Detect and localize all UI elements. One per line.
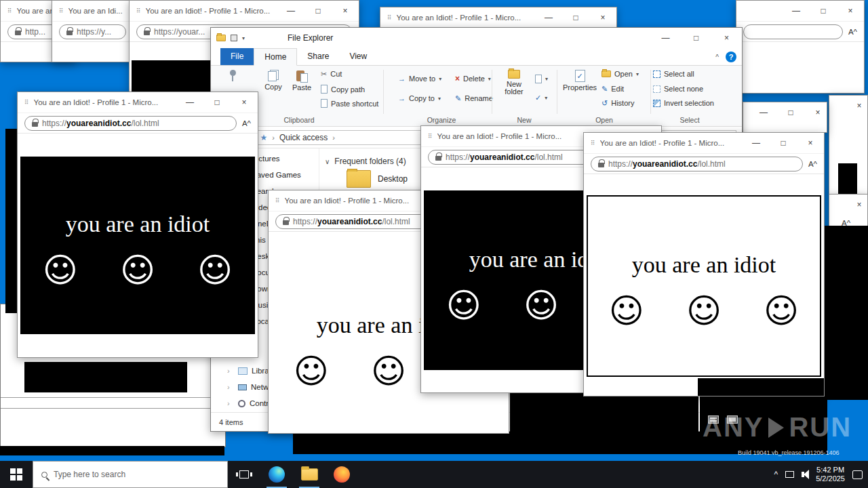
minimize-button[interactable]: — <box>743 133 770 153</box>
close-button[interactable]: × <box>837 1 864 21</box>
new-folder-icon <box>508 70 520 79</box>
rename-button[interactable]: ✎Rename <box>455 94 493 102</box>
minimize-button[interactable]: — <box>783 1 810 21</box>
action-center-icon[interactable] <box>852 470 863 479</box>
history-button[interactable]: ↺History <box>601 99 634 107</box>
chevron-down-icon: ▾ <box>545 95 547 101</box>
explorer-window-icon <box>216 35 226 41</box>
breadcrumb-root[interactable]: Quick access <box>279 133 328 142</box>
close-button[interactable]: × <box>711 28 742 48</box>
window-titlebar[interactable]: ⠿ You are an Idiot! - Profile 1 - Micro.… <box>380 7 616 28</box>
window-titlebar[interactable]: ⠿ You are an Idiot! - Profile 1 - Micro.… <box>18 92 258 113</box>
read-aloud-icon[interactable]: A^ <box>848 28 857 36</box>
new-folder-button[interactable]: New folder <box>498 70 530 96</box>
read-aloud-icon[interactable]: A^ <box>242 119 251 127</box>
qat-properties-icon[interactable] <box>231 35 237 41</box>
page-icon: ⠿ <box>24 99 29 106</box>
select-all-button[interactable]: Select all <box>653 70 694 78</box>
volume-icon[interactable] <box>802 472 804 477</box>
cut-button[interactable]: ✂Cut <box>321 70 342 78</box>
close-button[interactable]: × <box>589 7 616 28</box>
invert-selection-button[interactable]: Invert selection <box>653 99 714 107</box>
firefox-taskbar-button[interactable] <box>326 461 358 488</box>
explorer-titlebar[interactable]: ▾ File Explorer — □ × <box>211 28 742 48</box>
window-titlebar[interactable]: × <box>829 96 867 116</box>
window-titlebar[interactable]: ⠿ You are an Idi... <box>52 1 133 21</box>
window-titlebar[interactable]: × <box>829 195 867 215</box>
tray-expand-icon[interactable]: ^ <box>774 470 778 479</box>
maximize-button[interactable]: □ <box>562 7 589 28</box>
edit-button[interactable]: ✎Edit <box>601 85 624 93</box>
tab-share[interactable]: Share <box>297 48 339 65</box>
maximize-button[interactable]: □ <box>810 1 837 21</box>
taskbar-search[interactable]: Type here to search <box>33 461 228 488</box>
minimize-button[interactable]: — <box>277 1 304 21</box>
help-icon[interactable]: ? <box>726 52 736 62</box>
select-none-button[interactable]: Select none <box>653 85 703 93</box>
close-button[interactable]: × <box>797 133 824 153</box>
minimize-button[interactable]: — <box>650 28 681 48</box>
pin-to-quick-access-button[interactable] <box>220 70 245 81</box>
url-box[interactable]: https://youareanidiot.cc/lol.html <box>24 116 237 131</box>
paste-button[interactable]: Paste <box>288 70 316 92</box>
url-box[interactable] <box>743 24 843 39</box>
task-view-button[interactable] <box>228 461 260 488</box>
network-icon[interactable] <box>785 471 794 478</box>
copy-to-button[interactable]: →Copy to▾ <box>398 94 441 102</box>
window-titlebar[interactable]: — □ × <box>743 102 827 123</box>
window-edge <box>1 408 225 409</box>
url-box[interactable]: https://youareanidiot.cc/lol.html <box>591 157 803 171</box>
close-button[interactable]: × <box>804 102 827 123</box>
properties-button[interactable]: ✓Properties <box>562 70 597 92</box>
close-button[interactable]: × <box>231 92 258 113</box>
close-button[interactable]: × <box>851 195 867 215</box>
tab-home[interactable]: Home <box>254 48 297 66</box>
smiley-icon: ☺ <box>371 354 406 388</box>
idiot-text: you are an idiot <box>632 252 776 278</box>
new-item-button[interactable]: ▾ <box>535 75 548 83</box>
taskbar-clock[interactable]: 5:42 PM 5/2/2025 <box>816 466 845 483</box>
chevron-right-icon: › <box>272 134 275 142</box>
minimize-button[interactable]: — <box>535 7 562 28</box>
smiley-icon: ☺ <box>43 253 78 287</box>
window-titlebar[interactable]: — □ × <box>736 1 864 21</box>
window-titlebar[interactable]: ⠿ You are an Idiot! - Profile 1 - Micro.… <box>130 1 359 21</box>
maximize-button[interactable]: □ <box>777 102 804 123</box>
minimize-button[interactable]: — <box>750 102 777 123</box>
maximize-button[interactable]: □ <box>304 1 332 21</box>
copy-button[interactable]: Copy <box>259 70 288 91</box>
maximize-button[interactable]: □ <box>681 28 711 48</box>
read-aloud-icon[interactable]: A^ <box>808 160 817 168</box>
ribbon-collapse-icon[interactable]: ^ <box>715 54 719 61</box>
maximize-button[interactable]: □ <box>770 133 797 153</box>
easy-access-button[interactable]: ✓▾ <box>535 94 547 102</box>
open-button[interactable]: Open▾ <box>601 70 639 78</box>
minimize-button[interactable]: — <box>176 92 203 113</box>
delete-button[interactable]: ×Delete▾ <box>455 75 491 83</box>
frequent-folders-header[interactable]: ∨ Frequent folders (4) <box>325 157 406 166</box>
new-item-icon <box>535 75 542 83</box>
copy-path-button[interactable]: Copy path <box>321 85 365 94</box>
edge-taskbar-button[interactable] <box>260 461 293 488</box>
tab-view[interactable]: View <box>339 48 377 65</box>
window-titlebar[interactable]: ⠿ You are an Idiot! - Profile 1 - Micro.… <box>584 133 824 153</box>
file-explorer-taskbar-button[interactable] <box>293 461 326 488</box>
desktop-folder-tile[interactable]: Desktop <box>347 170 408 188</box>
ribbon-separator <box>492 70 492 114</box>
select-none-icon <box>653 85 660 93</box>
idiot-page-fragment <box>838 163 857 195</box>
window-title: You are an Idiot! - Profile 1 - Micro... <box>600 139 725 147</box>
close-button[interactable]: × <box>332 1 359 21</box>
maximize-button[interactable]: □ <box>203 92 231 113</box>
edge-window-idiot-left: ⠿ You are an Idiot! - Profile 1 - Micro.… <box>17 92 258 358</box>
start-button[interactable] <box>0 461 33 488</box>
chevron-down-icon: ▾ <box>439 76 441 82</box>
paste-shortcut-button[interactable]: Paste shortcut <box>321 99 378 108</box>
tab-file[interactable]: File <box>220 48 254 65</box>
close-button[interactable]: × <box>851 96 867 116</box>
move-to-button[interactable]: →Move to▾ <box>398 75 441 83</box>
url-box[interactable]: https://y... <box>59 24 126 39</box>
ribbon-tabs: File Home Share View ^ ? <box>211 48 742 66</box>
qat-customize-chevron-icon[interactable]: ▾ <box>242 35 245 41</box>
lock-icon <box>66 30 73 35</box>
